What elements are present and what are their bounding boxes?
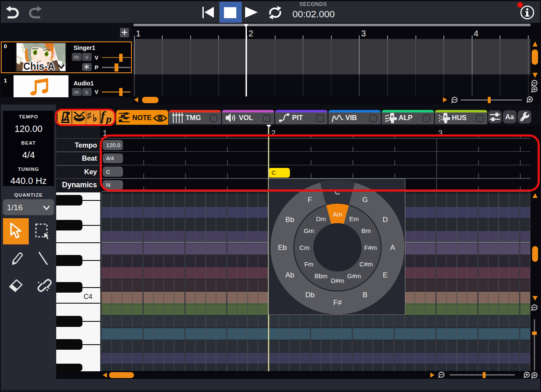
svg-text:F#: F# [333,298,342,306]
svg-text:C#m: C#m [359,260,373,267]
svg-text:Ab: Ab [285,271,294,279]
svg-text:B: B [363,291,367,299]
svg-text:Bbm: Bbm [314,272,328,280]
svg-text:D#m: D#m [331,277,344,284]
svg-text:Bb: Bb [285,216,294,224]
svg-text:Db: Db [305,291,314,299]
svg-text:G#m: G#m [347,272,361,280]
svg-text:D: D [383,216,388,224]
svg-text:G: G [362,195,368,203]
svg-text:Eb: Eb [278,243,287,251]
svg-text:F: F [308,195,312,203]
svg-text:Em: Em [349,215,359,222]
svg-text:Gm: Gm [304,227,314,234]
svg-text:Dm: Dm [316,215,326,222]
svg-text:E: E [383,271,388,279]
svg-text:Cm: Cm [300,244,309,251]
svg-text:Bm: Bm [361,227,371,234]
svg-text:Am: Am [333,211,342,218]
svg-text:A: A [390,243,395,251]
svg-text:F#m: F#m [364,244,377,251]
svg-text:Fm: Fm [304,260,314,267]
